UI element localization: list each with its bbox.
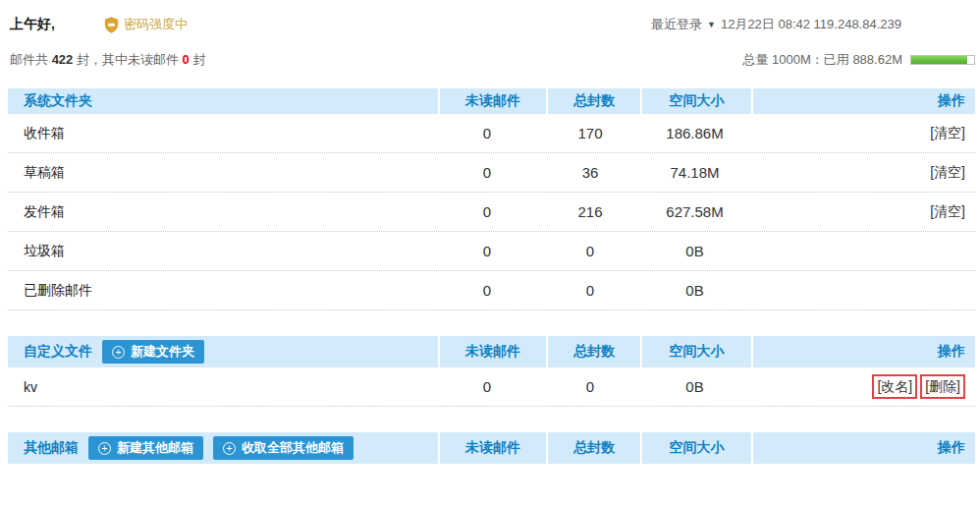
plus-circle-icon: + — [98, 442, 111, 455]
column-header-size: 空间大小 — [640, 432, 751, 464]
folder-name: 发件箱 — [8, 203, 432, 221]
unread-cell: 0 — [432, 282, 542, 299]
fetch-all-other-mailbox-label: 收取全部其他邮箱 — [242, 439, 344, 457]
plus-circle-icon: + — [112, 346, 125, 359]
caret-down-icon: ▼ — [707, 21, 716, 29]
column-header-unread: 未读邮件 — [438, 432, 546, 464]
table-title-other: 其他邮箱 — [24, 439, 79, 457]
last-login-label: 最近登录 — [651, 16, 702, 33]
folder-row-kv: kv 0 0 0B [改名] [删除] — [8, 367, 975, 407]
size-cell: 74.18M — [638, 164, 751, 181]
column-header-total: 总封数 — [546, 336, 640, 367]
shield-icon — [104, 17, 119, 33]
new-other-mailbox-button[interactable]: + 新建其他邮箱 — [88, 436, 203, 460]
delete-highlight-box: [删除] — [920, 374, 965, 399]
clear-inbox-link[interactable]: [清空] — [930, 125, 965, 142]
progress-fill — [911, 56, 967, 64]
mail-count-mid: 封，其中未读邮件 — [73, 52, 182, 67]
folder-name: kv — [8, 379, 432, 395]
custom-folders-table: 自定义文件 + 新建文件夹 未读邮件 总封数 空间大小 操作 kv 0 0 0B… — [8, 336, 975, 407]
column-header-size: 空间大小 — [640, 336, 751, 367]
size-cell: 627.58M — [638, 203, 751, 220]
folder-name: 已删除邮件 — [8, 282, 432, 300]
total-cell: 36 — [542, 164, 638, 181]
other-mailbox-table: 其他邮箱 + 新建其他邮箱 + 收取全部其他邮箱 未读邮件 总封数 空间大小 操… — [8, 432, 975, 464]
quota-summary: 总量 1000M：已用 888.62M — [742, 51, 975, 69]
fetch-all-other-mailbox-button[interactable]: + 收取全部其他邮箱 — [213, 436, 354, 460]
system-folders-table: 系统文件夹 未读邮件 总封数 空间大小 操作 收件箱 0 170 186.86M… — [8, 88, 975, 310]
clear-drafts-link[interactable]: [清空] — [930, 164, 965, 182]
unread-cell: 0 — [432, 243, 542, 259]
table-title-custom: 自定义文件 — [24, 343, 92, 361]
delete-folder-link[interactable]: [删除] — [925, 378, 960, 394]
total-cell: 216 — [542, 203, 638, 220]
total-cell: 0 — [542, 243, 638, 259]
column-header-total: 总封数 — [546, 432, 640, 464]
folder-name: 收件箱 — [8, 125, 432, 142]
unread-cell: 0 — [432, 203, 542, 220]
total-cell: 170 — [542, 125, 638, 141]
folder-name: 垃圾箱 — [8, 243, 432, 260]
new-folder-button[interactable]: + 新建文件夹 — [102, 340, 204, 364]
system-folders-header: 系统文件夹 未读邮件 总封数 空间大小 操作 — [8, 88, 975, 114]
mail-total-count: 422 — [52, 52, 74, 67]
summary-row: 邮件共 422 封，其中未读邮件 0 封 总量 1000M：已用 888.62M — [10, 51, 975, 69]
quota-text: 总量 1000M：已用 888.62M — [742, 51, 902, 69]
column-header-ops: 操作 — [751, 88, 975, 114]
column-header-unread: 未读邮件 — [438, 336, 546, 367]
folder-row-deleted: 已删除邮件 0 0 0B — [8, 271, 975, 310]
folder-row-trash: 垃圾箱 0 0 0B — [8, 232, 975, 271]
new-other-mailbox-label: 新建其他邮箱 — [117, 439, 193, 457]
folder-row-inbox: 收件箱 0 170 186.86M [清空] — [8, 114, 975, 153]
rename-highlight-box: [改名] — [872, 374, 917, 399]
column-header-unread: 未读邮件 — [438, 88, 546, 114]
size-cell: 0B — [638, 378, 751, 395]
mail-count-prefix: 邮件共 — [10, 52, 52, 67]
column-header-ops: 操作 — [751, 336, 975, 367]
folder-row-drafts: 草稿箱 0 36 74.18M [清空] — [8, 153, 975, 193]
folder-row-sent: 发件箱 0 216 627.58M [清空] — [8, 193, 975, 232]
column-header-total: 总封数 — [546, 88, 640, 114]
unread-cell: 0 — [432, 125, 542, 141]
unread-cell: 0 — [432, 378, 542, 395]
quota-progressbar — [910, 55, 975, 65]
size-cell: 0B — [638, 243, 751, 259]
last-login-value: 12月22日 08:42 119.248.84.239 — [721, 16, 901, 33]
clear-sent-link[interactable]: [清空] — [930, 203, 965, 221]
rename-folder-link[interactable]: [改名] — [877, 378, 912, 394]
top-header-row: 上午好, 密码强度中 最近登录 ▼ 12月22日 08:42 119.248.8… — [10, 14, 980, 35]
other-mailbox-header: 其他邮箱 + 新建其他邮箱 + 收取全部其他邮箱 未读邮件 总封数 空间大小 操… — [8, 432, 975, 464]
last-login-dropdown[interactable]: 最近登录 ▼ 12月22日 08:42 119.248.84.239 — [651, 16, 901, 33]
custom-folders-header: 自定义文件 + 新建文件夹 未读邮件 总封数 空间大小 操作 — [8, 336, 975, 367]
greeting-text: 上午好, — [10, 16, 55, 33]
folder-tables: 系统文件夹 未读邮件 总封数 空间大小 操作 收件箱 0 170 186.86M… — [8, 88, 975, 464]
plus-circle-icon: + — [223, 442, 236, 455]
total-cell: 0 — [542, 282, 638, 299]
password-strength-label: 密码强度中 — [124, 16, 188, 33]
new-folder-button-label: 新建文件夹 — [131, 343, 194, 361]
table-title-system: 系统文件夹 — [24, 92, 92, 110]
unread-cell: 0 — [432, 164, 542, 181]
column-header-ops: 操作 — [751, 432, 975, 464]
password-strength-badge[interactable]: 密码强度中 — [104, 16, 188, 33]
size-cell: 0B — [638, 282, 751, 299]
size-cell: 186.86M — [638, 125, 751, 141]
mail-unread-count: 0 — [183, 52, 190, 67]
total-cell: 0 — [542, 378, 638, 395]
column-header-size: 空间大小 — [640, 88, 751, 114]
mail-count-suffix: 封 — [190, 52, 206, 67]
mail-count-summary: 邮件共 422 封，其中未读邮件 0 封 — [10, 51, 205, 69]
folder-name: 草稿箱 — [8, 164, 432, 182]
